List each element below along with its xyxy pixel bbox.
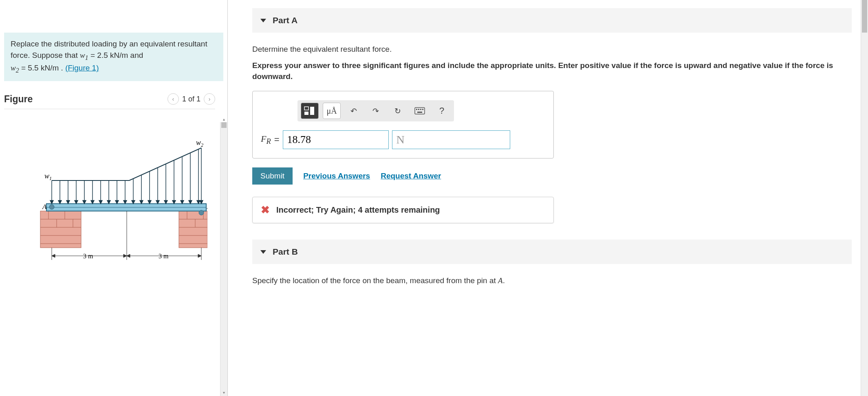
equals-sign: = xyxy=(274,134,280,145)
unit-input[interactable] xyxy=(392,130,510,149)
svg-marker-30 xyxy=(75,200,78,204)
equation-toolbar: μÅ ↶ ↷ ↻ ? xyxy=(297,100,454,121)
svg-marker-38 xyxy=(107,200,110,204)
dim-right: 3 m xyxy=(159,253,169,260)
label-w1: w xyxy=(44,172,49,180)
caret-down-icon xyxy=(260,250,266,254)
right-scrollbar[interactable] xyxy=(861,0,868,396)
svg-rect-77 xyxy=(415,108,425,114)
svg-marker-28 xyxy=(66,200,70,204)
and-text: and xyxy=(128,51,143,59)
w1-sub: 1 xyxy=(85,54,88,61)
undo-button[interactable]: ↶ xyxy=(345,103,363,119)
svg-marker-26 xyxy=(58,200,62,204)
help-button[interactable]: ? xyxy=(433,103,451,119)
part-a-title: Part A xyxy=(273,15,297,25)
caret-down-icon xyxy=(260,19,266,22)
svg-marker-42 xyxy=(123,200,127,204)
svg-marker-50 xyxy=(156,200,159,204)
svg-point-20 xyxy=(199,210,204,215)
svg-marker-48 xyxy=(148,200,151,204)
svg-marker-70 xyxy=(52,254,55,257)
svg-marker-32 xyxy=(83,200,86,204)
svg-text:2: 2 xyxy=(201,142,203,148)
prev-figure-button[interactable]: ‹ xyxy=(167,93,179,105)
svg-marker-36 xyxy=(99,200,102,204)
svg-rect-76 xyxy=(304,112,308,115)
part-a-hint: Express your answer to three significant… xyxy=(252,60,852,82)
left-scrollbar[interactable]: ▴ ▾ xyxy=(220,122,227,396)
svg-marker-71 xyxy=(123,254,127,257)
svg-marker-46 xyxy=(140,200,143,204)
svg-marker-62 xyxy=(200,200,203,204)
svg-marker-58 xyxy=(189,200,192,204)
svg-rect-82 xyxy=(417,112,422,113)
w2-sub: 2 xyxy=(16,67,19,74)
greek-button[interactable]: μÅ xyxy=(323,103,341,119)
answer-variable: FR xyxy=(261,134,271,146)
svg-marker-24 xyxy=(50,200,53,204)
part-b-title: Part B xyxy=(273,247,298,257)
svg-rect-74 xyxy=(304,107,308,110)
svg-rect-79 xyxy=(418,109,419,110)
svg-rect-75 xyxy=(310,107,314,115)
submit-button[interactable]: Submit xyxy=(252,167,293,185)
previous-answers-link[interactable]: Previous Answers xyxy=(303,172,370,180)
value-input[interactable] xyxy=(283,130,389,149)
svg-marker-52 xyxy=(164,200,167,204)
answer-area: μÅ ↶ ↷ ↻ ? FR = xyxy=(252,91,554,158)
w1-var: w xyxy=(80,51,85,59)
svg-marker-72 xyxy=(127,254,130,257)
part-b-instruction: Specify the location of the force on the… xyxy=(252,276,852,285)
incorrect-icon: ✖ xyxy=(261,204,270,216)
svg-point-19 xyxy=(49,205,54,209)
figure-title: Figure xyxy=(4,94,33,105)
period: . xyxy=(59,64,65,72)
svg-marker-34 xyxy=(91,200,94,204)
templates-button[interactable] xyxy=(301,103,319,119)
next-figure-button[interactable]: › xyxy=(204,93,215,105)
svg-marker-54 xyxy=(172,200,176,204)
reset-button[interactable]: ↻ xyxy=(389,103,407,119)
svg-marker-56 xyxy=(181,200,184,204)
svg-rect-80 xyxy=(420,109,421,110)
figure-link[interactable]: (Figure 1) xyxy=(65,64,99,72)
feedback-box: ✖ Incorrect; Try Again; 4 attempts remai… xyxy=(252,197,554,223)
label-w2: w xyxy=(196,139,201,147)
svg-rect-0 xyxy=(40,211,81,248)
request-answer-link[interactable]: Request Answer xyxy=(381,172,441,180)
part-a-instruction: Determine the equivalent resultant force… xyxy=(252,45,852,54)
w2-val: = 5.5 kN/m xyxy=(19,64,59,72)
svg-marker-40 xyxy=(115,200,119,204)
figure-diagram: w1 w2 A B 3 m 3 m xyxy=(4,125,223,272)
svg-marker-44 xyxy=(132,200,135,204)
figure-pager: ‹ 1 of 1 › xyxy=(167,93,215,105)
svg-rect-81 xyxy=(422,109,423,110)
keyboard-button[interactable] xyxy=(411,103,429,119)
dim-left: 3 m xyxy=(83,253,93,260)
svg-text:1: 1 xyxy=(49,176,52,181)
part-a-header[interactable]: Part A xyxy=(252,8,852,33)
redo-button[interactable]: ↷ xyxy=(367,103,385,119)
pager-text: 1 of 1 xyxy=(182,95,200,103)
feedback-text: Incorrect; Try Again; 4 attempts remaini… xyxy=(276,205,440,215)
svg-rect-78 xyxy=(416,109,417,110)
w2-var: w xyxy=(11,64,16,72)
problem-statement: Replace the distributed loading by an eq… xyxy=(4,33,223,81)
part-b-header[interactable]: Part B xyxy=(252,240,852,264)
label-B: B xyxy=(207,203,207,211)
w1-val: = 2.5 kN/m xyxy=(88,51,128,59)
svg-marker-73 xyxy=(198,254,201,257)
label-A: A xyxy=(42,203,47,211)
